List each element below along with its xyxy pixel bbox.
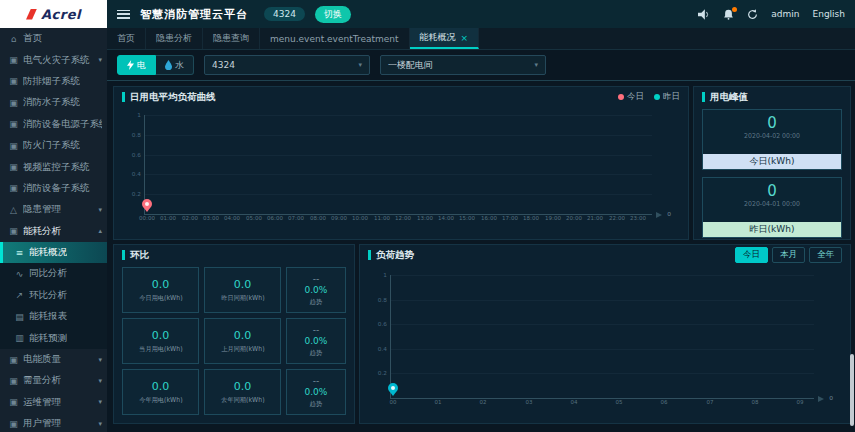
sidebar-item-1[interactable]: ▣电气火灾子系统▾ [0,49,107,70]
stat-card: 0.0今年用电(kWh) [122,369,199,415]
electric-toggle[interactable]: 电 [117,55,156,75]
peak-card: 02020-04-02 00:00今日(kWh) [702,109,842,170]
sidebar-item-0[interactable]: ⌂首页 [0,28,107,49]
sidebar-item-4[interactable]: ▣消防设备电源子系统 [0,114,107,135]
sidebar-item-label: 用户管理 [23,417,61,430]
peak-value: 0 [703,182,841,200]
trend-range-button-1[interactable]: 本月 [772,247,805,263]
trend-card: --0.0%趋势 [286,267,346,313]
load-curve-chart[interactable]: 0.20.40.60.8100:0001:0002:0003:0004:0005… [144,115,652,215]
sidebar-item-6[interactable]: ▣视频监控子系统 [0,156,107,177]
peak-label: 昨日(kWh) [703,222,841,237]
chevron-up-icon: ▴ [96,227,102,235]
chart-marker-pin[interactable] [142,199,152,209]
tab-label: 隐患查询 [213,32,249,45]
sidebar-item-label: 需量分析 [23,374,61,387]
sidebar-item-label: 首页 [23,32,42,45]
load-trend-chart[interactable]: 0.20.40.60.81000102030405060708090 [390,275,814,399]
sidebar-item-7[interactable]: ▣消防设备子系统 [0,178,107,199]
tab-4[interactable]: 能耗概况× [410,28,480,49]
tab-2[interactable]: 隐患查询 [203,28,260,49]
chart-marker-pin[interactable] [388,383,398,393]
device-power-icon: ▣ [7,119,20,129]
sidebar-item-label: 能耗分析 [23,225,61,238]
daily-load-curve-panel: 日用电平均负荷曲线 今日昨日 0.20.40.60.8100:0001:0002… [113,86,689,240]
tab-1[interactable]: 隐患分析 [146,28,203,49]
energy-report-icon: ▤ [13,312,26,322]
huanbi-grid: 0.0今日用电(kWh)0.0昨日同期(kWh)--0.0%趋势0.0当月用电(… [122,267,346,415]
ops-management-icon: ▣ [7,397,20,407]
sidebar-item-2[interactable]: ▣防排烟子系统 [0,71,107,92]
sidebar-item-12[interactable]: ↗环比分析 [0,285,107,306]
sidebar-item-17[interactable]: ▣运维管理▾ [0,392,107,413]
chevron-down-icon: ▾ [358,61,362,69]
bell-icon[interactable] [723,9,734,20]
sidebar-item-label: 运维管理 [23,396,61,409]
water-toggle[interactable]: 水 [156,55,194,75]
peak-date: 2020-04-02 00:00 [729,133,815,139]
main-area: 首页隐患分析隐患查询menu.event.eventTreatment能耗概况×… [107,28,855,432]
panel-title-row: 环比 [114,245,354,265]
tab-close-icon[interactable]: × [461,33,469,43]
panel-title: 负荷趋势 [376,249,414,262]
panel-title: 环比 [130,249,149,262]
peak-card: 02020-04-01 00:00昨日(kWh) [702,177,842,238]
sidebar-item-14[interactable]: ▥能耗预测 [0,327,107,348]
fire-device-icon: ▣ [7,183,20,193]
sidebar-item-label: 能耗概况 [29,246,67,259]
sidebar-item-18[interactable]: ▣用户管理▾ [0,413,107,432]
tab-0[interactable]: 首页 [107,28,146,49]
menu-toggle-icon[interactable] [117,10,130,19]
station-select[interactable]: 4324 ▾ [204,55,370,75]
sidebar-item-13[interactable]: ▤能耗报表 [0,306,107,327]
room-select[interactable]: 一楼配电间 ▾ [380,55,546,75]
water-drop-icon [165,60,172,70]
tab-3[interactable]: menu.event.eventTreatment [260,28,410,49]
chevron-down-icon: ▾ [96,206,102,214]
sidebar-item-label: 能耗报表 [29,310,67,323]
sidebar-item-10[interactable]: ≡能耗概况 [0,242,107,263]
chevron-down-icon: ▾ [96,356,102,364]
trend-card: --0.0%趋势 [286,318,346,364]
mom-analysis-icon: ↗ [13,290,26,300]
energy-type-toggle: 电 水 [117,55,194,75]
tabbar: 首页隐患分析隐患查询menu.event.eventTreatment能耗概况× [107,28,855,50]
sidebar-item-3[interactable]: ▣消防水子系统 [0,92,107,113]
energy-overview-icon: ≡ [13,248,26,258]
language-switch[interactable]: English [813,9,846,19]
sidebar-item-label: 隐患管理 [23,203,61,216]
sidebar-item-9[interactable]: ▣能耗分析▴ [0,221,107,242]
sidebar-item-5[interactable]: ▣防火门子系统 [0,135,107,156]
sidebar: ⌂首页▣电气火灾子系统▾▣防排烟子系统▣消防水子系统▣消防设备电源子系统▣防火门… [0,28,107,432]
sidebar-item-16[interactable]: ▣需量分析▾ [0,370,107,391]
user-name[interactable]: admin [771,9,799,19]
hazard-icon: △ [7,205,20,215]
tab-label: menu.event.eventTreatment [270,34,399,44]
panel-title-row: 日用电平均负荷曲线 今日昨日 [114,87,688,107]
sidebar-item-label: 同比分析 [29,267,67,280]
panel-title-row: 用电峰值 [694,87,850,107]
sidebar-item-label: 电能质量 [23,353,61,366]
app-title: 智慧消防管理云平台 [140,7,248,22]
legend-item[interactable]: 昨日 [654,91,680,103]
energy-forecast-icon: ▥ [13,333,26,343]
trend-card: --0.0%趋势 [286,369,346,415]
power-quality-icon: ▣ [7,355,20,365]
trend-range-button-2[interactable]: 全年 [809,247,842,263]
legend-item[interactable]: 今日 [618,91,644,103]
sidebar-item-11[interactable]: ∿同比分析 [0,263,107,284]
electric-fire-icon: ▣ [7,55,20,65]
refresh-icon[interactable] [747,9,758,20]
scrollbar-thumb[interactable] [850,354,854,426]
sidebar-item-15[interactable]: ▣电能质量▾ [0,349,107,370]
video-monitor-icon: ▣ [7,162,20,172]
speaker-icon[interactable] [698,9,710,20]
fire-water-icon: ▣ [7,98,20,108]
switch-button[interactable]: 切换 [315,6,351,23]
home-icon: ⌂ [7,34,20,44]
huanbi-panel: 环比 0.0今日用电(kWh)0.0昨日同期(kWh)--0.0%趋势0.0当月… [113,244,355,424]
sidebar-item-8[interactable]: △隐患管理▾ [0,199,107,220]
chevron-down-icon: ▾ [96,377,102,385]
stat-card: 0.0上月同期(kWh) [204,318,281,364]
trend-range-button-0[interactable]: 今日 [735,247,768,263]
